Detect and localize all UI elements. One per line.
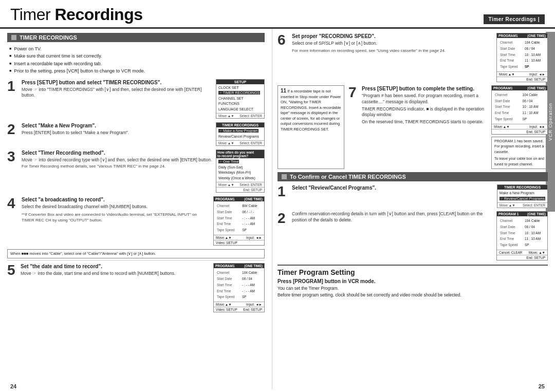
timer-program-section: Timer Program Setting Press [PROGRAM] bu… — [278, 265, 548, 298]
confirm-step-1: 1 Select "Review/Cancel Programs". TIMER… — [278, 184, 548, 208]
confirm-timer-recordings-screen: TIMER RECORDINGS Make a New Program ☞ Re… — [497, 184, 548, 208]
step-7-area: 11 If a recordable tape is not inserted … — [278, 85, 548, 169]
confirm-program-screen: PROGRAM 1 (ONE TIME) Channel104 Cable St… — [496, 211, 548, 260]
timer-recordings-screen: TIMER RECORDINGS ☞ Make a New Program Re… — [216, 122, 265, 146]
confirm-section-header: To Confirm or Cancel TIMER RECORDINGS — [278, 172, 548, 181]
step-3: 3 Select "Timer Recording method". Move … — [7, 150, 265, 193]
prerequisites-list: Power on TV. Make sure that current time… — [7, 45, 265, 75]
step-1: 1 Press [SETUP] button and select "TIMER… — [7, 79, 265, 119]
program1-screen-step5: PROGRAM1 (ONE TIME) Channel104 Cable Sta… — [213, 263, 265, 312]
bullet-item: Make sure that current time is set corre… — [9, 52, 265, 60]
setup-screen: SETUP CLOCK SET ☞ TIMER RECORDINGS CHANN… — [216, 79, 265, 119]
header-tab: Timer Recordings | — [484, 14, 545, 24]
bullet-item: Power on TV. — [9, 45, 265, 52]
step-2: 2 Select "Make a New Program". Press [EN… — [7, 122, 265, 146]
program1-screen-step6: PROGRAM1 (ONE TIME) Channel104 Cable Sta… — [496, 33, 548, 82]
step-7: 7 Press [SETUP] button to complete the s… — [348, 85, 548, 169]
page-title: Timer Recordings — [10, 5, 143, 24]
right-column: 6 Set proper "RECORDING SPEED". Select o… — [272, 29, 555, 389]
program1-screen-step7: PROGRAM1 (ONE TIME) Channel104 Cable Sta… — [491, 85, 548, 135]
left-column: TIMER RECORDINGS Power on TV. Make sure … — [0, 29, 272, 389]
confirm-step-2: 2 Confirm reservation-recording details … — [278, 211, 548, 260]
page-number-left: 24 — [10, 383, 16, 389]
cable-note: When ■■■ moves into "Cable", select one … — [7, 249, 265, 259]
step-4: 4 Select "a broadcasting to record". Sel… — [7, 196, 265, 246]
program-saved-note: PROGRAM 1 has been saved. For program re… — [491, 137, 548, 170]
confirm-section: To Confirm or Cancel TIMER RECORDINGS 1 … — [278, 172, 548, 260]
bullet-item: Prior to the setting, press [VCR] button… — [9, 67, 265, 74]
page-header: Timer Recordings Timer Recordings | — [0, 0, 555, 29]
recording-method-screen: How often do you wantto record program? … — [216, 150, 265, 193]
page-number-right: 25 — [539, 383, 545, 389]
timer-recordings-section-header: TIMER RECORDINGS — [7, 33, 265, 42]
main-content: TIMER RECORDINGS Power on TV. Make sure … — [0, 29, 555, 389]
bullet-item: Insert a recordable tape with recording … — [9, 60, 265, 67]
insert-tape-note: 11 If a recordable tape is not inserted … — [278, 85, 344, 169]
step-6: 6 Set proper "RECORDING SPEED". Select o… — [278, 33, 548, 82]
step-5: 5 Set "the date and time to record". Mov… — [7, 260, 265, 312]
program1-screen-step4: PROGRAM1 (ONE TIME) ChannelBW Cable Star… — [213, 196, 265, 246]
page-numbers: 24 25 — [0, 383, 555, 389]
